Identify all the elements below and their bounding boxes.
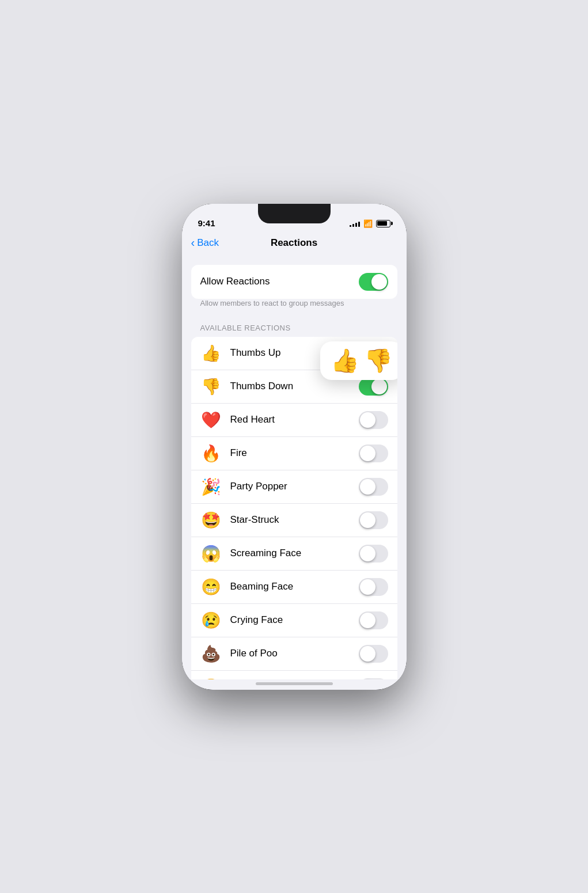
toggle-thumb [360, 579, 375, 595]
status-time: 9:41 [198, 218, 215, 228]
reaction-item: 💩Pile of Poo [191, 637, 397, 671]
allow-reactions-label: Allow Reactions [200, 276, 270, 287]
reaction-emoji: 🎉 [200, 477, 222, 496]
tooltip-emoji: 👍 [331, 347, 359, 374]
reaction-name: Red Heart [230, 414, 359, 425]
reaction-toggle[interactable] [359, 511, 388, 529]
reaction-item: 😱Screaming Face [191, 537, 397, 571]
reaction-item: 🤮Face Vomiting [191, 671, 397, 679]
reaction-emoji: 🔥 [200, 444, 222, 463]
battery-icon [376, 220, 390, 227]
allow-reactions-row: Allow Reactions [200, 265, 388, 299]
page-title: Reactions [271, 237, 317, 249]
reaction-name: Beaming Face [230, 581, 359, 592]
back-button[interactable]: ‹ Back [191, 237, 219, 249]
reaction-emoji: 💩 [200, 644, 222, 663]
reaction-name: Crying Face [230, 614, 359, 626]
reaction-toggle[interactable] [359, 378, 388, 396]
reaction-name: Party Popper [230, 481, 359, 492]
reaction-name: Thumbs Down [230, 381, 359, 392]
toggle-thumb [360, 546, 375, 561]
back-chevron-icon: ‹ [191, 237, 195, 248]
reaction-name: Pile of Poo [230, 648, 359, 659]
reaction-item: 😁Beaming Face [191, 571, 397, 604]
reaction-toggle[interactable] [359, 578, 388, 596]
signal-bar-2 [352, 224, 354, 227]
battery-fill [377, 221, 387, 226]
phone-screen: 9:41 📶 ‹ Back Reactions [182, 204, 407, 690]
reaction-item: 🔥Fire [191, 437, 397, 470]
notch [258, 204, 331, 223]
toggle-thumb [360, 412, 375, 428]
reaction-item: 🤩Star-Struck [191, 504, 397, 537]
status-icons: 📶 [350, 219, 390, 228]
signal-bar-3 [355, 223, 357, 227]
reaction-emoji: 😢 [200, 611, 222, 630]
reaction-emoji: 😱 [200, 544, 222, 563]
tooltip-emoji: 👎 [364, 347, 393, 374]
signal-bar-4 [358, 222, 360, 227]
reaction-toggle[interactable] [359, 478, 388, 496]
toggle-thumb [371, 379, 387, 394]
reactions-description: Allow members to react to group messages [191, 299, 397, 314]
toggle-thumb [360, 479, 375, 495]
content-area: Allow Reactions Allow members to react t… [182, 256, 407, 679]
reaction-toggle[interactable] [359, 444, 388, 462]
available-reactions-header: AVAILABLE REACTIONS [182, 324, 407, 337]
reaction-name: Star-Struck [230, 514, 359, 526]
reaction-toggle[interactable] [359, 645, 388, 663]
reaction-item: 😢Crying Face [191, 604, 397, 637]
toggle-thumb [360, 646, 375, 662]
reaction-toggle[interactable] [359, 611, 388, 629]
toggle-thumb [360, 512, 375, 528]
nav-bar: ‹ Back Reactions [182, 233, 407, 256]
reaction-name: Screaming Face [230, 548, 359, 559]
reaction-emoji: 😁 [200, 577, 222, 596]
home-indicator [256, 682, 333, 685]
reaction-emoji: 👍 [200, 344, 222, 363]
reaction-item: 👍Thumbs Up👍👎 [191, 337, 397, 370]
reaction-emoji: 🤮 [200, 678, 222, 679]
reaction-emoji: 🤩 [200, 511, 222, 530]
reaction-name: Fire [230, 447, 359, 459]
toggle-thumb [360, 613, 375, 628]
reaction-item: ❤️Red Heart [191, 404, 397, 437]
signal-bar-1 [350, 225, 351, 227]
toggle-thumb [371, 274, 387, 290]
toggle-thumb [360, 446, 375, 461]
reaction-toggle[interactable] [359, 545, 388, 563]
reaction-item: 🎉Party Popper [191, 470, 397, 504]
phone-frame: 9:41 📶 ‹ Back Reactions [182, 204, 407, 690]
signal-bars-icon [350, 220, 360, 227]
reaction-emoji: 👎 [200, 377, 222, 396]
allow-reactions-toggle[interactable] [359, 273, 388, 291]
reaction-toggle[interactable] [359, 678, 388, 679]
back-label: Back [197, 237, 219, 249]
emoji-tooltip: 👍👎 [320, 341, 397, 380]
reactions-list: 👍Thumbs Up👍👎👎Thumbs Down❤️Red Heart🔥Fire… [191, 337, 397, 679]
allow-reactions-card: Allow Reactions [191, 265, 397, 299]
reaction-toggle[interactable] [359, 411, 388, 429]
reaction-emoji: ❤️ [200, 411, 222, 430]
wifi-icon: 📶 [363, 219, 373, 228]
